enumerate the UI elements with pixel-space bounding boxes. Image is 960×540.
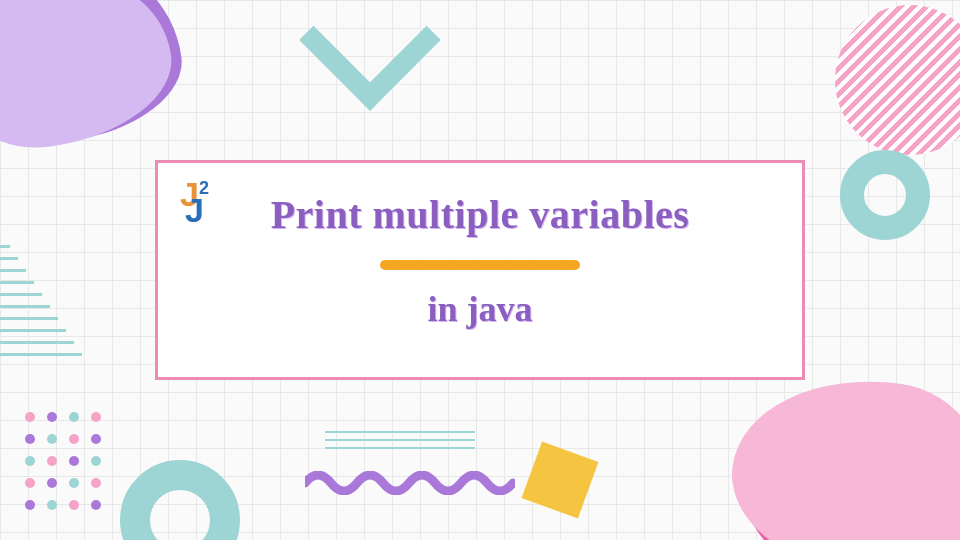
logo: J2 J (180, 181, 209, 236)
page-subtitle: in java (158, 288, 802, 330)
divider (380, 260, 580, 270)
wave-icon (305, 471, 515, 495)
title-card: J2 J Print multiple variables in java (155, 160, 805, 380)
triangle-lines-decoration (0, 245, 80, 365)
logo-letter-under: J (185, 191, 204, 229)
ring-top-right (840, 150, 930, 240)
dot-grid (25, 412, 103, 512)
page-title: Print multiple variables (158, 191, 802, 238)
three-lines-decoration (325, 431, 475, 455)
